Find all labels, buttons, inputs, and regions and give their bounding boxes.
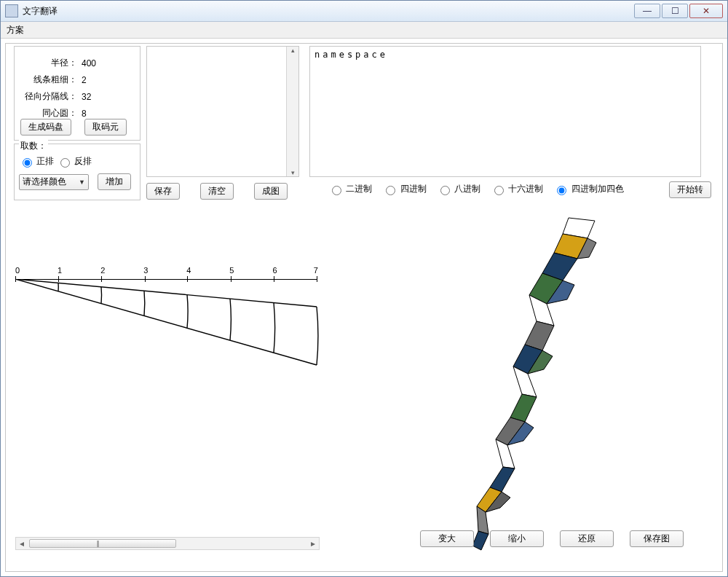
left-textarea-scrollbar[interactable]: ▴ ▾ (286, 47, 298, 176)
param-group: 半径：400 线条粗细：2 径向分隔线：32 同心圆：8 生成码盘 取码元 (14, 46, 141, 141)
scroll-left-icon[interactable]: ◂ (16, 538, 28, 549)
zoom-in-button[interactable]: 变大 (420, 530, 474, 547)
minimize-icon: — (643, 6, 652, 16)
titlebar[interactable]: 文字翻译 — ☐ ✕ (1, 1, 727, 22)
scrollbar-thumb[interactable] (29, 539, 176, 548)
chevron-down-icon: ▼ (79, 178, 85, 186)
ruler-tick-3: 3 (143, 266, 148, 275)
radio-quaternary[interactable]: 四进制 (382, 183, 426, 195)
radial-label: 径向分隔线： (23, 89, 79, 104)
left-textarea[interactable]: ▴ ▾ (146, 46, 299, 177)
radius-label: 半径： (23, 55, 79, 71)
wedge-diagram (15, 279, 321, 381)
ruler-tick-0: 0 (15, 266, 20, 275)
radio-hex[interactable]: 十六进制 (491, 183, 543, 195)
svg-marker-10 (510, 394, 537, 422)
save-image-button[interactable]: 保存图 (630, 530, 684, 547)
close-button[interactable]: ✕ (689, 4, 723, 18)
qushu-legend: 取数： (19, 140, 48, 152)
save-button[interactable]: 保存 (146, 183, 180, 200)
maximize-icon: ☐ (671, 6, 679, 16)
thickness-value: 2 (80, 72, 98, 87)
thickness-label: 线条粗细： (23, 72, 79, 87)
generate-disk-button[interactable]: 生成码盘 (20, 119, 71, 136)
ruler-tick-2: 2 (100, 266, 105, 275)
radio-quaternary-4color[interactable]: 四进制加四色 (553, 183, 623, 195)
clear-button[interactable]: 清空 (200, 183, 234, 200)
color-combo-text: 请选择颜色 (23, 176, 66, 188)
ruler-tick-6: 6 (273, 266, 277, 275)
minimize-button[interactable]: — (634, 4, 660, 18)
scrollbar-track[interactable]: ||| (28, 538, 307, 549)
zoom-out-button[interactable]: 缩小 (490, 530, 544, 547)
left-horizontal-scrollbar[interactable]: ◂ ||| ▸ (15, 537, 320, 550)
left-canvas-pane: 0 1 2 3 4 5 6 7 (11, 206, 324, 556)
scroll-up-icon[interactable]: ▴ (291, 47, 295, 54)
coding-radio-row: 二进制 四进制 八进制 十六进制 四进制加四色 (328, 183, 631, 195)
radio-octal[interactable]: 八进制 (437, 183, 480, 195)
draw-button[interactable]: 成图 (254, 183, 288, 200)
add-button[interactable]: 增加 (98, 173, 131, 190)
right-textarea[interactable]: namespace (309, 46, 701, 177)
menu-item-plan[interactable]: 方案 (7, 24, 24, 36)
svg-marker-13 (490, 467, 515, 492)
radial-value: 32 (80, 89, 98, 104)
menubar: 方案 (1, 22, 727, 39)
restore-button[interactable]: 还原 (560, 530, 614, 547)
mid-button-row: 保存 清空 成图 (146, 183, 288, 200)
radio-binary[interactable]: 二进制 (328, 183, 372, 195)
zoom-button-row: 变大 缩小 还原 保存图 (420, 530, 684, 547)
svg-line-1 (15, 279, 317, 365)
ruler-tick-1: 1 (58, 266, 62, 275)
qushu-group: 取数： 正排 反排 请选择颜色 ▼ 增加 (14, 144, 141, 200)
app-window: 文字翻译 — ☐ ✕ 方案 半径：400 线条粗细：2 径向分隔线：32 同心圆… (0, 0, 728, 577)
color-combo[interactable]: 请选择颜色 ▼ (19, 174, 89, 190)
forward-radio[interactable]: 正排 (19, 156, 54, 166)
scroll-right-icon[interactable]: ▸ (307, 538, 319, 549)
ruler-tick-7: 7 (314, 266, 318, 275)
start-spin-button[interactable]: 开始转 (669, 181, 711, 198)
reverse-radio[interactable]: 反排 (57, 156, 92, 166)
app-icon (5, 4, 18, 17)
maximize-button[interactable]: ☐ (662, 4, 688, 18)
ruler-tick-5: 5 (229, 266, 234, 275)
right-textarea-content: namespace (314, 50, 388, 60)
client-area: 半径：400 线条粗细：2 径向分隔线：32 同心圆：8 生成码盘 取码元 取数… (1, 39, 727, 576)
pick-code-button[interactable]: 取码元 (84, 119, 127, 136)
scroll-down-icon[interactable]: ▾ (291, 169, 295, 176)
svg-line-0 (15, 279, 317, 307)
radius-value: 400 (80, 55, 98, 71)
ruler-tick-4: 4 (186, 266, 191, 275)
color-sliver-graphic (446, 216, 636, 554)
close-icon: ✕ (703, 6, 710, 16)
window-title: 文字翻译 (23, 5, 58, 17)
right-canvas-pane: 变大 缩小 还原 保存图 (330, 206, 700, 556)
